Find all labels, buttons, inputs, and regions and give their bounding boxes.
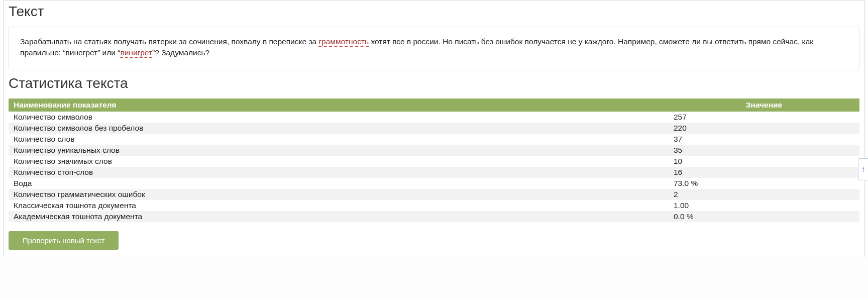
stat-value: 73.0 %	[669, 178, 859, 189]
stat-value: 1.00	[669, 200, 859, 211]
sample-text-part: ”? Задумались?	[152, 48, 209, 57]
table-row: Количество значимых слов10	[9, 156, 859, 167]
table-row: Количество стоп-слов16	[9, 167, 859, 178]
stat-name: Количество грамматических ошибок	[9, 189, 669, 200]
check-new-text-button[interactable]: Проверить новый текст	[9, 231, 119, 250]
stat-name: Академическая тошнота документа	[9, 211, 669, 222]
sample-text-part: Зарабатывать на статьях получать пятерки…	[20, 37, 318, 46]
stat-name: Количество символов	[9, 112, 669, 123]
spelling-error[interactable]: граммотность	[318, 37, 369, 47]
table-row: Количество грамматических ошибок2	[9, 189, 859, 200]
stat-name: Количество символов без пробелов	[9, 123, 669, 134]
stat-name: Вода	[9, 178, 669, 189]
stats-heading: Статистика текста	[9, 75, 859, 91]
arrow-up-icon: ↑	[861, 165, 865, 174]
stat-value: 10	[669, 156, 859, 167]
stats-table: Наименование показателя Значение Количес…	[9, 98, 859, 222]
scroll-top-tab[interactable]: ↑	[858, 158, 868, 180]
stats-col-name: Наименование показателя	[9, 98, 669, 112]
stat-value: 0.0 %	[669, 211, 859, 222]
stat-value: 37	[669, 134, 859, 145]
text-heading: Текст	[9, 4, 859, 20]
table-row: Академическая тошнота документа0.0 %	[9, 211, 859, 222]
table-row: Количество символов без пробелов220	[9, 123, 859, 134]
stat-name: Классическая тошнота документа	[9, 200, 669, 211]
table-row: Количество слов37	[9, 134, 859, 145]
table-row: Классическая тошнота документа1.00	[9, 200, 859, 211]
stat-value: 2	[669, 189, 859, 200]
table-row: Вода73.0 %	[9, 178, 859, 189]
stat-name: Количество значимых слов	[9, 156, 669, 167]
stat-value: 16	[669, 167, 859, 178]
table-row: Количество символов257	[9, 112, 859, 123]
stat-value: 257	[669, 112, 859, 123]
table-row: Количество уникальных слов35	[9, 145, 859, 156]
stat-value: 220	[669, 123, 859, 134]
sample-text-box: Зарабатывать на статьях получать пятерки…	[9, 27, 859, 70]
stat-name: Количество уникальных слов	[9, 145, 669, 156]
spelling-error[interactable]: винигрет	[120, 48, 152, 58]
main-panel: Текст Зарабатывать на статьях получать п…	[3, 0, 865, 257]
stat-name: Количество слов	[9, 134, 669, 145]
stat-name: Количество стоп-слов	[9, 167, 669, 178]
stats-col-value: Значение	[669, 98, 859, 112]
stat-value: 35	[669, 145, 859, 156]
